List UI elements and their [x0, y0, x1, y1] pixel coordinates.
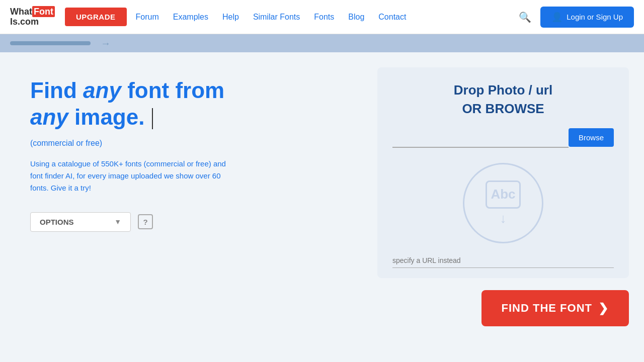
drop-title: Drop Photo / url	[454, 82, 552, 98]
left-panel: Find any font from any image. (commercia…	[0, 52, 362, 362]
find-font-label: FIND THE FONT	[502, 302, 592, 315]
abc-box: Abc	[486, 180, 521, 209]
banner-arrow-icon: →	[101, 38, 111, 49]
login-button[interactable]: 👤 Login or Sign Up	[540, 7, 634, 28]
nav-contact[interactable]: Contact	[378, 13, 406, 22]
nav-similar-fonts[interactable]: Similar Fonts	[253, 13, 300, 22]
nav-help[interactable]: Help	[222, 13, 239, 22]
hero-title-image: image.	[68, 105, 145, 129]
options-bar: OPTIONS ▼ ?	[30, 212, 337, 232]
search-icon[interactable]: 🔍	[519, 11, 531, 23]
nav-blog[interactable]: Blog	[348, 13, 364, 22]
nav-examples[interactable]: Examples	[173, 13, 208, 22]
login-label: Login or Sign Up	[567, 13, 623, 21]
or-browse-label: OR BROWSE	[462, 101, 544, 117]
browse-row: Browse	[392, 127, 614, 148]
logo-what: What	[10, 7, 32, 17]
hero-title-any2: any	[30, 105, 68, 129]
text-cursor	[152, 108, 153, 129]
find-font-button[interactable]: FIND THE FONT ❯	[481, 290, 629, 326]
blue-banner: →	[0, 34, 644, 52]
url-input[interactable]	[392, 253, 614, 268]
chevron-down-icon: ▼	[114, 218, 121, 226]
nav-forum[interactable]: Forum	[136, 13, 159, 22]
hero-title: Find any font from any image.	[30, 77, 337, 131]
upgrade-button[interactable]: UPGRADE	[65, 8, 127, 26]
options-dropdown[interactable]: OPTIONS ▼	[30, 212, 131, 232]
browse-button[interactable]: Browse	[569, 128, 614, 147]
hero-title-any1: any	[83, 78, 121, 103]
options-label: OPTIONS	[40, 218, 74, 226]
browse-file-input[interactable]	[392, 127, 569, 148]
help-icon[interactable]: ?	[138, 214, 153, 229]
nav-fonts[interactable]: Fonts	[314, 13, 334, 22]
right-panel: Drop Photo / url OR BROWSE Browse Abc ↓ …	[362, 52, 644, 362]
hero-title-font: font from	[121, 78, 224, 103]
header: WhatFont Is.com UPGRADE Forum Examples H…	[0, 0, 644, 34]
hero-title-find: Find	[30, 78, 83, 103]
user-icon: 👤	[551, 12, 562, 23]
font-drop-icon: Abc ↓	[463, 163, 543, 243]
logo[interactable]: WhatFont Is.com	[10, 7, 55, 27]
abc-inner: Abc ↓	[486, 180, 521, 226]
logo-is: Is.com	[10, 17, 39, 27]
hero-subtitle: (commercial or free)	[30, 139, 337, 148]
logo-font: Font	[32, 6, 55, 17]
hero-description: Using a catalogue of 550K+ fonts (commer…	[30, 158, 231, 194]
find-font-arrow-icon: ❯	[598, 301, 609, 315]
main-nav: Forum Examples Help Similar Fonts Fonts …	[136, 13, 519, 22]
banner-bar	[10, 41, 91, 45]
abc-arrow-icon: ↓	[500, 211, 507, 226]
main-content: Find any font from any image. (commercia…	[0, 52, 644, 362]
drop-zone[interactable]: Drop Photo / url OR BROWSE Browse Abc ↓	[377, 67, 629, 278]
